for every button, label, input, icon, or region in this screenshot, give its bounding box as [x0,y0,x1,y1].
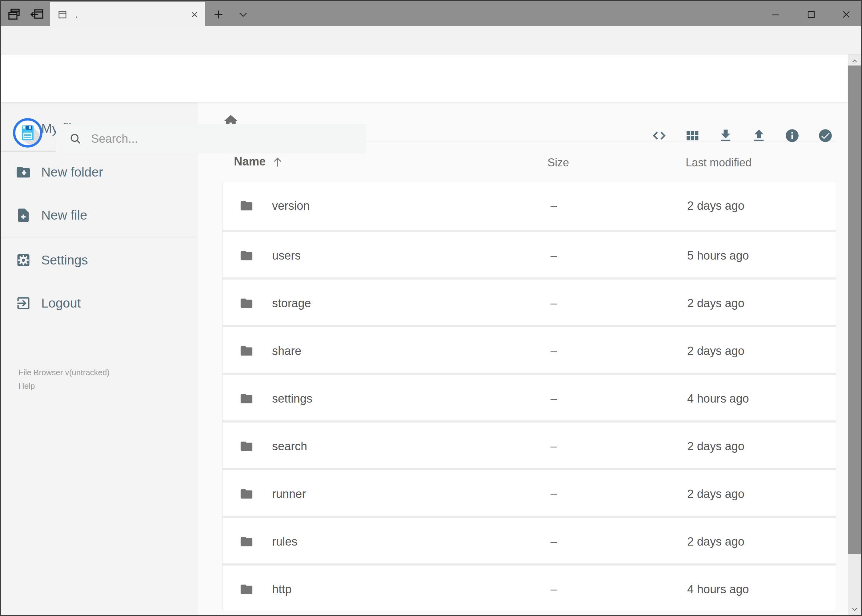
folder-icon [240,296,254,310]
file-row[interactable]: version – 2 days ago [222,182,836,230]
minimize-button[interactable] [761,2,790,27]
row-size: – [550,487,557,501]
shell-toggle-button[interactable] [647,123,671,148]
folder-icon [240,582,254,596]
app-header [0,55,862,102]
tab-close-button[interactable] [188,9,201,21]
browser-toolbar: filebrowser.web/files/ [0,26,862,55]
code-brackets-icon [651,127,668,144]
new-tab-button[interactable] [211,7,226,22]
sort-ascending-icon[interactable] [271,155,285,169]
grid-view-icon [684,127,700,144]
app-version-text: File Browser v(untracked) [19,367,110,378]
maximize-button[interactable] [796,2,826,27]
check-circle-icon [818,128,833,143]
row-name: settings [272,392,312,405]
row-size: – [550,249,557,262]
upload-icon [751,127,767,144]
browser-window: . [0,0,862,616]
info-button[interactable] [780,123,804,148]
row-size: – [550,535,557,548]
new-file-icon [16,207,32,223]
chevron-down-icon [850,605,859,614]
row-name: share [272,344,301,358]
row-modified: 2 days ago [687,440,744,453]
sidebar-item-settings[interactable]: Settings [0,243,198,277]
window-border [0,0,1,616]
chevron-up-icon [850,57,859,66]
row-modified: 4 hours ago [687,583,749,596]
folder-icon [240,534,254,548]
plus-icon [213,9,224,20]
close-icon [190,10,199,19]
filebrowser-logo [12,118,43,148]
folder-icon [240,439,254,453]
sidebar-item-label: Logout [41,296,80,311]
file-row[interactable]: rules – 2 days ago [222,516,836,563]
divider [0,237,198,237]
set-tabs-aside-button[interactable] [28,6,46,23]
file-row[interactable]: storage – 2 days ago [222,277,836,325]
row-name: version [272,199,310,212]
windows-stack-icon [7,7,22,22]
scrollbar[interactable] [848,55,861,616]
row-name: storage [272,297,311,310]
column-header-name[interactable]: Name [234,155,266,168]
row-name: runner [272,487,306,501]
search-input[interactable] [56,124,366,154]
chevron-down-icon [237,9,249,20]
help-link[interactable]: Help [19,381,35,391]
row-size: – [550,392,557,405]
upload-button[interactable] [747,123,771,148]
sidebar: My files New folder New file [0,102,198,616]
browser-tab[interactable]: . [50,2,205,27]
file-row[interactable]: http – 4 hours ago [222,563,836,611]
scroll-down-button[interactable] [848,602,861,616]
row-modified: 5 hours ago [687,249,749,262]
folder-icon [240,199,254,213]
column-header-size[interactable]: Size [547,156,569,169]
close-icon [841,9,851,20]
minimize-icon [770,9,781,20]
scrollbar-thumb[interactable] [848,66,861,554]
set-aside-icon [30,7,44,22]
row-name: users [272,249,301,262]
file-row[interactable]: share – 2 days ago [222,325,836,373]
search-box [56,124,366,154]
row-name: search [272,440,307,453]
row-name: http [272,583,292,596]
column-header-modified[interactable]: Last modified [686,156,752,169]
folder-icon [240,344,254,358]
tab-title: . [76,9,78,20]
logout-icon [16,295,32,311]
folder-icon [240,391,254,405]
file-row[interactable]: runner – 2 days ago [222,468,836,516]
file-row[interactable]: settings – 4 hours ago [222,373,836,420]
tab-list-button[interactable] [236,7,251,22]
file-listing-area: Name Size Last modified version – 2 days… [198,102,852,616]
settings-icon [16,252,32,268]
row-name: rules [272,535,297,548]
row-modified: 2 days ago [687,199,744,212]
sidebar-item-logout[interactable]: Logout [0,286,198,321]
tab-preview-button[interactable] [6,6,23,23]
file-row[interactable]: users – 5 hours ago [222,230,836,277]
folder-icon [240,487,254,501]
select-multiple-button[interactable] [813,123,838,148]
file-row[interactable]: search – 2 days ago [222,420,836,468]
row-modified: 4 hours ago [687,392,749,405]
close-window-button[interactable] [832,2,861,27]
sidebar-item-new-file[interactable]: New file [0,198,198,233]
sidebar-item-label: New folder [41,165,103,179]
new-folder-icon [16,164,32,180]
sidebar-item-label: New file [41,208,87,223]
sidebar-item-new-folder[interactable]: New folder [0,155,198,189]
row-modified: 2 days ago [687,535,744,548]
row-size: – [550,344,557,358]
maximize-icon [806,9,816,20]
sidebar-item-label: Settings [41,253,88,267]
download-button[interactable] [713,123,738,148]
switch-view-button[interactable] [680,123,705,148]
row-size: – [550,440,557,453]
row-size: – [550,583,557,596]
